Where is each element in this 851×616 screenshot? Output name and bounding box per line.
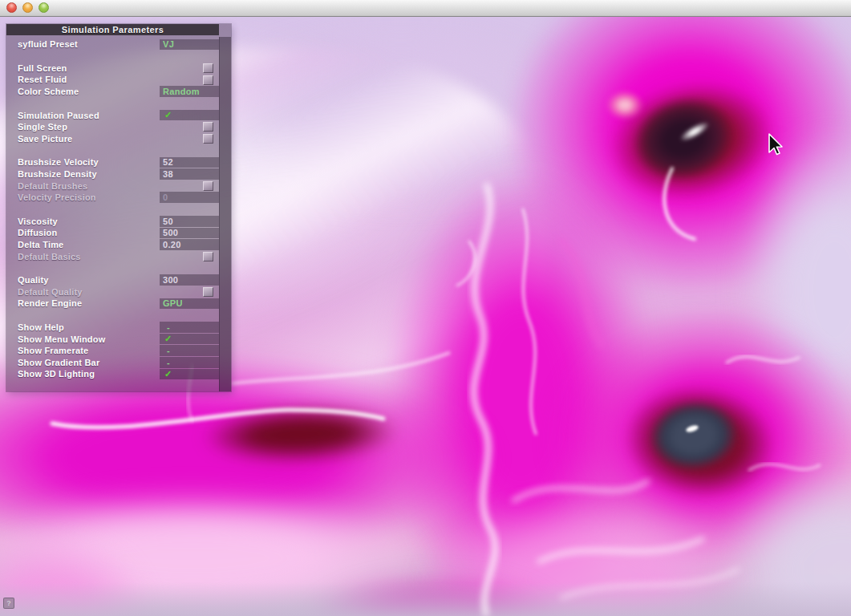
param-row-brushsize-velocity: Brushsize Velocity52 (6, 156, 231, 168)
param-row-show-framerate: Show Framerate- (6, 345, 231, 357)
param-value: 300 (163, 275, 178, 285)
param-value: ✓ (163, 110, 172, 120)
value-field[interactable]: GPU (160, 298, 219, 310)
param-row-reset-fluid: Reset Fluid (6, 74, 231, 86)
param-label: Show 3D Lighting (18, 369, 160, 379)
value-field[interactable]: Random (160, 86, 219, 97)
toggle-button[interactable] (203, 75, 213, 85)
param-row-brushsize-density: Brushsize Density38 (6, 168, 231, 180)
value-field[interactable]: 300 (160, 274, 219, 286)
param-value-zone: 0.20 (160, 239, 219, 250)
toggle-button[interactable] (203, 252, 213, 261)
param-row-default-brushes: Default Brushes (6, 180, 231, 192)
fluid-dark-core (643, 394, 745, 477)
param-value-zone: 500 (160, 228, 219, 239)
param-value-zone (160, 63, 219, 74)
param-label: Viscosity (18, 217, 160, 226)
fluid-dark-core (621, 83, 747, 193)
help-button[interactable]: ? (3, 598, 14, 609)
param-group: Quality300Default QualityRender EngineGP… (6, 274, 231, 310)
value-field[interactable]: 0.20 (160, 239, 219, 250)
param-group: Viscosity50Diffusion500Delta Time0.20Def… (6, 216, 231, 262)
fluid-blob (417, 498, 754, 616)
param-value: ✓ (163, 334, 172, 344)
param-row-diffusion: Diffusion500 (6, 227, 231, 239)
param-value: 50 (163, 217, 173, 226)
param-value-zone: GPU (160, 298, 219, 310)
close-button[interactable] (6, 2, 17, 13)
fluid-highlight (677, 118, 711, 144)
param-value-zone: - (160, 345, 219, 356)
bool-indicator[interactable]: ✓ (160, 334, 219, 345)
window-titlebar[interactable] (0, 0, 851, 17)
param-label: Diffusion (18, 228, 160, 237)
param-group: Brushsize Velocity52Brushsize Density38D… (6, 156, 231, 203)
param-value-zone: ✓ (160, 110, 219, 121)
zoom-button[interactable] (38, 2, 49, 13)
simulation-parameters-panel[interactable]: Simulation Parameters syfluid PresetVJFu… (6, 24, 231, 391)
value-field[interactable]: 50 (160, 216, 219, 227)
param-value-zone: Random (160, 86, 219, 97)
bool-indicator[interactable]: - (160, 357, 219, 368)
param-label: Delta Time (18, 240, 160, 249)
param-value-zone: 52 (160, 157, 219, 168)
param-value: - (163, 358, 170, 367)
param-value-zone: - (160, 322, 219, 333)
param-row-render-engine: Render EngineGPU (6, 298, 231, 310)
param-value: VJ (163, 39, 174, 49)
param-row-syfluid-preset: syfluid PresetVJ (6, 38, 231, 51)
param-label: Default Basics (18, 252, 160, 261)
toggle-button[interactable] (203, 134, 213, 144)
param-row-show-3d-lighting: Show 3D Lighting✓ (6, 368, 231, 380)
param-row-viscosity: Viscosity50 (6, 216, 231, 228)
param-group: Full ScreenReset FluidColor SchemeRandom (6, 63, 231, 98)
bool-indicator[interactable]: ✓ (160, 110, 219, 121)
param-value: 52 (163, 157, 173, 167)
minimize-button[interactable] (22, 2, 33, 13)
param-row-color-scheme: Color SchemeRandom (6, 86, 231, 98)
fluid-blob (201, 25, 602, 209)
bool-indicator[interactable]: - (160, 322, 219, 333)
fluid-blob (0, 530, 152, 616)
toggle-button[interactable] (203, 63, 213, 73)
param-value-zone: 50 (160, 216, 219, 227)
param-value: 0.20 (163, 240, 181, 249)
toggle-button[interactable] (203, 122, 213, 132)
param-label: Simulation Paused (18, 111, 160, 120)
param-value-zone: ✓ (160, 369, 219, 380)
fluid-blob (738, 129, 851, 450)
param-label: Default Brushes (18, 181, 160, 191)
fluid-blob (305, 570, 569, 616)
param-value-zone (160, 133, 219, 144)
bool-indicator[interactable]: ✓ (160, 369, 219, 380)
value-field[interactable]: 0 (160, 192, 219, 203)
param-row-full-screen: Full Screen (6, 63, 231, 75)
param-label: Show Menu Window (18, 334, 160, 344)
fluid-blob (385, 161, 658, 616)
fluid-bottom-fade (0, 582, 851, 616)
value-field[interactable]: 38 (160, 168, 219, 180)
param-value-zone: 0 (160, 192, 219, 203)
param-value-zone (160, 75, 219, 86)
param-value: ✓ (163, 369, 172, 379)
toggle-button[interactable] (203, 181, 213, 191)
param-value-zone (160, 251, 219, 262)
panel-title: Simulation Parameters (6, 24, 219, 35)
value-field[interactable]: 500 (160, 228, 219, 239)
value-field[interactable]: VJ (160, 39, 219, 51)
param-group: syfluid PresetVJ (6, 38, 231, 51)
fluid-blob (180, 396, 423, 472)
param-label: Brushsize Velocity (18, 157, 160, 167)
fluid-highlight (685, 424, 699, 434)
param-value: 0 (163, 192, 168, 202)
fluid-blob (607, 369, 792, 515)
param-row-delta-time: Delta Time0.20 (6, 239, 231, 251)
toggle-button[interactable] (203, 287, 213, 297)
fluid-blob (0, 490, 433, 616)
param-value-zone: 38 (160, 168, 219, 180)
app-window: Simulation Parameters syfluid PresetVJFu… (0, 0, 851, 616)
bool-indicator[interactable]: - (160, 345, 219, 356)
param-row-show-menu-window: Show Menu Window✓ (6, 333, 231, 345)
value-field[interactable]: 52 (160, 157, 219, 168)
param-label: syfluid Preset (18, 39, 160, 49)
